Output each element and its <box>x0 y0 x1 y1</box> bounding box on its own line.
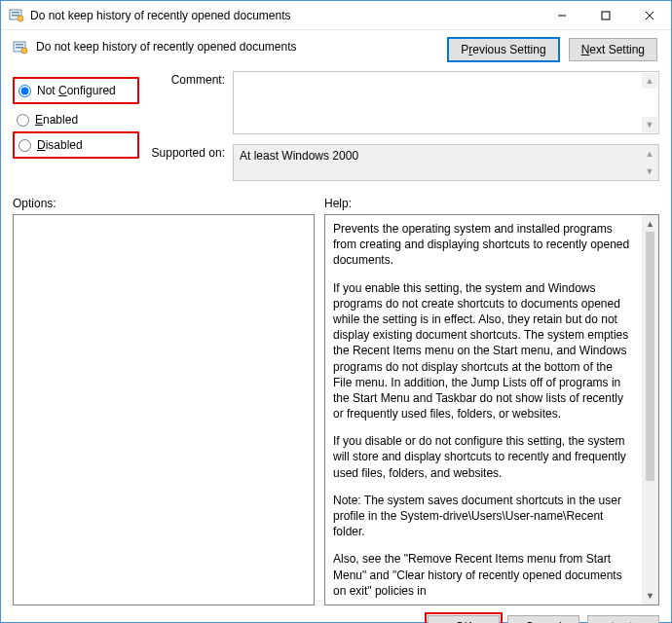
help-pane-wrap: Prevents the operating system and instal… <box>324 214 659 605</box>
policy-icon <box>13 40 28 55</box>
help-paragraph: If you enable this setting, the system a… <box>333 280 634 422</box>
policy-icon <box>9 8 24 23</box>
svg-rect-1 <box>12 12 19 14</box>
header-row: Do not keep history of recently opened d… <box>13 38 659 61</box>
supported-label: Supported on: <box>149 144 225 181</box>
cancel-button[interactable]: Cancel <box>507 615 579 623</box>
footer-buttons: OK Cancel Apply <box>13 605 659 623</box>
highlight-not-configured: Not Configured <box>13 77 139 104</box>
close-button[interactable] <box>627 1 671 29</box>
next-setting-button[interactable]: Next Setting <box>569 38 657 61</box>
previous-setting-button[interactable]: Previous Setting <box>448 38 558 61</box>
supported-text: At least Windows 2000 ▲ ▼ <box>233 144 659 181</box>
radio-disabled-input[interactable] <box>19 139 31 152</box>
help-paragraph: If you disable or do not configure this … <box>333 433 634 481</box>
ok-button[interactable]: OK <box>428 615 500 623</box>
svg-point-11 <box>21 48 27 54</box>
scroll-down-icon[interactable]: ▼ <box>642 588 658 605</box>
radio-not-configured-label: Not Configured <box>37 84 116 97</box>
scroll-down-icon[interactable]: ▼ <box>642 117 657 132</box>
comment-textarea[interactable]: ▲ ▼ <box>233 71 659 134</box>
help-scrollbar[interactable]: ▲ ▼ <box>642 215 658 605</box>
scroll-up-icon[interactable]: ▲ <box>642 215 658 232</box>
supported-scrollbar: ▲ ▼ <box>642 146 657 179</box>
dialog-content: Do not keep history of recently opened d… <box>1 30 671 623</box>
window-title: Do not keep history of recently opened d… <box>30 9 540 22</box>
radio-disabled-label: Disabled <box>37 138 83 152</box>
radio-not-configured[interactable]: Not Configured <box>15 79 131 102</box>
window-controls <box>540 1 671 29</box>
help-paragraph: Also, see the "Remove Recent Items menu … <box>333 551 634 599</box>
mid-section: Not Configured Enabled Disabled Comment: <box>13 71 659 181</box>
comment-label: Comment: <box>149 71 225 134</box>
scroll-thumb[interactable] <box>646 232 654 481</box>
radio-disabled[interactable]: Disabled <box>15 133 131 157</box>
help-paragraph: Note: The system saves document shortcut… <box>333 493 634 540</box>
dialog-window: Do not keep history of recently opened d… <box>0 0 672 623</box>
maximize-button[interactable] <box>583 1 627 29</box>
comment-scrollbar[interactable]: ▲ ▼ <box>642 73 657 132</box>
supported-row: Supported on: At least Windows 2000 ▲ ▼ <box>149 144 659 181</box>
options-pane <box>13 214 315 605</box>
nav-buttons: Previous Setting Next Setting <box>448 38 659 61</box>
state-radio-group: Not Configured Enabled Disabled <box>13 71 139 181</box>
radio-enabled-label: Enabled <box>35 113 78 127</box>
options-label: Options: <box>13 197 324 210</box>
help-label: Help: <box>324 197 352 210</box>
radio-enabled-input[interactable] <box>17 114 29 127</box>
radio-enabled[interactable]: Enabled <box>13 108 139 131</box>
policy-title: Do not keep history of recently opened d… <box>36 38 440 54</box>
minimize-button[interactable] <box>540 1 583 29</box>
svg-rect-10 <box>16 47 23 49</box>
apply-button[interactable]: Apply <box>587 615 659 623</box>
scroll-track[interactable] <box>642 232 658 588</box>
scroll-up-icon: ▲ <box>642 146 657 162</box>
form-column: Comment: ▲ ▼ Supported on: At least Wind… <box>149 71 659 181</box>
highlight-disabled: Disabled <box>13 131 139 159</box>
panes-row: Prevents the operating system and instal… <box>13 214 659 605</box>
svg-point-3 <box>18 16 23 21</box>
titlebar: Do not keep history of recently opened d… <box>1 1 671 30</box>
scroll-up-icon[interactable]: ▲ <box>642 73 657 89</box>
pane-labels: Options: Help: <box>13 197 659 210</box>
help-pane: Prevents the operating system and instal… <box>325 215 642 605</box>
svg-rect-5 <box>602 12 610 19</box>
svg-rect-2 <box>12 15 19 17</box>
scroll-down-icon: ▼ <box>642 164 657 179</box>
supported-value: At least Windows 2000 <box>240 149 358 163</box>
radio-not-configured-input[interactable] <box>19 85 31 97</box>
svg-rect-9 <box>16 44 23 46</box>
comment-row: Comment: ▲ ▼ <box>149 71 659 134</box>
help-paragraph: Prevents the operating system and instal… <box>333 221 634 269</box>
